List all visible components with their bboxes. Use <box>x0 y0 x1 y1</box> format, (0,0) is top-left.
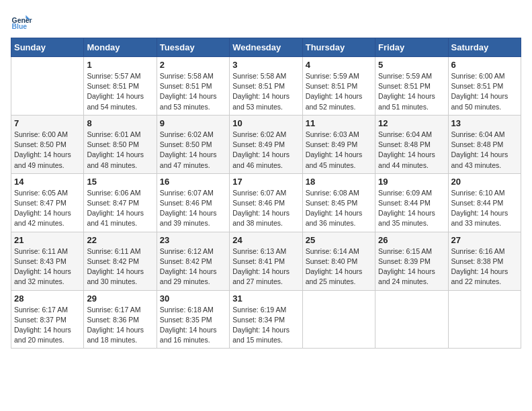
calendar-cell: 10Sunrise: 6:02 AM Sunset: 8:49 PM Dayli… <box>230 115 302 173</box>
day-info: Sunrise: 5:59 AM Sunset: 8:51 PM Dayligh… <box>378 71 445 112</box>
day-number: 4 <box>306 60 372 70</box>
calendar-cell: 8Sunrise: 6:01 AM Sunset: 8:50 PM Daylig… <box>84 115 157 173</box>
day-number: 24 <box>232 235 299 245</box>
day-info: Sunrise: 6:03 AM Sunset: 8:49 PM Dayligh… <box>306 130 372 171</box>
page-header: General Blue <box>11 11 521 32</box>
calendar-cell: 24Sunrise: 6:13 AM Sunset: 8:41 PM Dayli… <box>230 232 302 290</box>
day-number: 30 <box>160 293 226 304</box>
day-number: 17 <box>232 177 299 187</box>
day-info: Sunrise: 6:04 AM Sunset: 8:48 PM Dayligh… <box>378 130 445 171</box>
day-number: 23 <box>160 235 226 245</box>
day-info: Sunrise: 6:16 AM Sunset: 8:38 PM Dayligh… <box>451 246 518 287</box>
calendar-cell: 26Sunrise: 6:15 AM Sunset: 8:39 PM Dayli… <box>375 232 448 290</box>
calendar-week-row: 7Sunrise: 6:00 AM Sunset: 8:50 PM Daylig… <box>11 115 521 173</box>
day-info: Sunrise: 5:59 AM Sunset: 8:51 PM Dayligh… <box>306 71 372 112</box>
calendar-cell: 15Sunrise: 6:06 AM Sunset: 8:47 PM Dayli… <box>84 173 157 232</box>
day-number: 9 <box>160 118 226 128</box>
calendar-week-row: 21Sunrise: 6:11 AM Sunset: 8:43 PM Dayli… <box>11 232 521 290</box>
day-info: Sunrise: 6:18 AM Sunset: 8:35 PM Dayligh… <box>160 305 226 346</box>
calendar-cell: 9Sunrise: 6:02 AM Sunset: 8:50 PM Daylig… <box>157 115 229 173</box>
calendar-cell: 11Sunrise: 6:03 AM Sunset: 8:49 PM Dayli… <box>302 115 375 173</box>
day-info: Sunrise: 5:58 AM Sunset: 8:51 PM Dayligh… <box>160 71 226 112</box>
calendar-cell: 12Sunrise: 6:04 AM Sunset: 8:48 PM Dayli… <box>375 115 448 173</box>
calendar-cell <box>11 57 84 116</box>
day-number: 5 <box>378 60 445 70</box>
calendar-cell: 30Sunrise: 6:18 AM Sunset: 8:35 PM Dayli… <box>157 290 229 349</box>
svg-text:Blue: Blue <box>12 23 28 30</box>
day-number: 18 <box>306 177 372 187</box>
day-number: 29 <box>87 293 153 304</box>
calendar-cell <box>375 290 448 349</box>
logo: General Blue <box>11 11 32 32</box>
day-info: Sunrise: 6:07 AM Sunset: 8:46 PM Dayligh… <box>160 188 226 229</box>
weekday-header-thursday: Thursday <box>302 38 375 57</box>
day-number: 12 <box>378 118 445 128</box>
calendar-cell: 23Sunrise: 6:12 AM Sunset: 8:42 PM Dayli… <box>157 232 229 290</box>
calendar-cell: 28Sunrise: 6:17 AM Sunset: 8:37 PM Dayli… <box>11 290 84 349</box>
day-number: 8 <box>87 118 153 128</box>
day-number: 10 <box>232 118 299 128</box>
weekday-header-row: SundayMondayTuesdayWednesdayThursdayFrid… <box>11 38 521 57</box>
day-info: Sunrise: 6:08 AM Sunset: 8:45 PM Dayligh… <box>306 188 372 229</box>
day-number: 28 <box>14 293 81 304</box>
day-number: 21 <box>14 235 81 245</box>
calendar-cell: 16Sunrise: 6:07 AM Sunset: 8:46 PM Dayli… <box>157 173 229 232</box>
day-info: Sunrise: 6:12 AM Sunset: 8:42 PM Dayligh… <box>160 246 226 287</box>
calendar-cell: 27Sunrise: 6:16 AM Sunset: 8:38 PM Dayli… <box>448 232 521 290</box>
calendar-cell: 25Sunrise: 6:14 AM Sunset: 8:40 PM Dayli… <box>302 232 375 290</box>
calendar-cell: 7Sunrise: 6:00 AM Sunset: 8:50 PM Daylig… <box>11 115 84 173</box>
day-number: 2 <box>160 60 226 70</box>
day-info: Sunrise: 5:58 AM Sunset: 8:51 PM Dayligh… <box>232 71 299 112</box>
day-number: 27 <box>451 235 518 245</box>
day-info: Sunrise: 6:17 AM Sunset: 8:37 PM Dayligh… <box>14 305 81 346</box>
calendar-cell: 18Sunrise: 6:08 AM Sunset: 8:45 PM Dayli… <box>302 173 375 232</box>
day-info: Sunrise: 6:06 AM Sunset: 8:47 PM Dayligh… <box>87 188 153 229</box>
calendar-week-row: 1Sunrise: 5:57 AM Sunset: 8:51 PM Daylig… <box>11 57 521 116</box>
day-number: 31 <box>232 293 299 304</box>
weekday-header-sunday: Sunday <box>11 38 84 57</box>
day-info: Sunrise: 6:11 AM Sunset: 8:42 PM Dayligh… <box>87 246 153 287</box>
calendar-week-row: 28Sunrise: 6:17 AM Sunset: 8:37 PM Dayli… <box>11 290 521 349</box>
calendar-cell: 29Sunrise: 6:17 AM Sunset: 8:36 PM Dayli… <box>84 290 157 349</box>
day-number: 13 <box>451 118 518 128</box>
logo-icon: General Blue <box>11 11 32 32</box>
day-info: Sunrise: 6:04 AM Sunset: 8:48 PM Dayligh… <box>451 130 518 171</box>
calendar-cell: 6Sunrise: 6:00 AM Sunset: 8:51 PM Daylig… <box>448 57 521 116</box>
day-info: Sunrise: 6:11 AM Sunset: 8:43 PM Dayligh… <box>14 246 81 287</box>
calendar-cell: 4Sunrise: 5:59 AM Sunset: 8:51 PM Daylig… <box>302 57 375 116</box>
day-number: 3 <box>232 60 299 70</box>
day-number: 1 <box>87 60 153 70</box>
calendar-cell <box>302 290 375 349</box>
day-number: 15 <box>87 177 153 187</box>
day-number: 20 <box>451 177 518 187</box>
day-number: 16 <box>160 177 226 187</box>
day-info: Sunrise: 6:02 AM Sunset: 8:49 PM Dayligh… <box>232 130 299 171</box>
day-info: Sunrise: 6:00 AM Sunset: 8:50 PM Dayligh… <box>14 130 81 171</box>
calendar-table: SundayMondayTuesdayWednesdayThursdayFrid… <box>11 38 521 349</box>
calendar-week-row: 14Sunrise: 6:05 AM Sunset: 8:47 PM Dayli… <box>11 173 521 232</box>
weekday-header-monday: Monday <box>84 38 157 57</box>
day-info: Sunrise: 6:13 AM Sunset: 8:41 PM Dayligh… <box>232 246 299 287</box>
day-number: 25 <box>306 235 372 245</box>
weekday-header-friday: Friday <box>375 38 448 57</box>
calendar-cell: 31Sunrise: 6:19 AM Sunset: 8:34 PM Dayli… <box>230 290 302 349</box>
day-info: Sunrise: 6:01 AM Sunset: 8:50 PM Dayligh… <box>87 130 153 171</box>
day-info: Sunrise: 6:00 AM Sunset: 8:51 PM Dayligh… <box>451 71 518 112</box>
day-number: 22 <box>87 235 153 245</box>
day-number: 19 <box>378 177 445 187</box>
calendar-cell: 20Sunrise: 6:10 AM Sunset: 8:44 PM Dayli… <box>448 173 521 232</box>
calendar-cell: 2Sunrise: 5:58 AM Sunset: 8:51 PM Daylig… <box>157 57 229 116</box>
day-number: 14 <box>14 177 81 187</box>
day-info: Sunrise: 6:02 AM Sunset: 8:50 PM Dayligh… <box>160 130 226 171</box>
calendar-cell: 13Sunrise: 6:04 AM Sunset: 8:48 PM Dayli… <box>448 115 521 173</box>
day-info: Sunrise: 6:05 AM Sunset: 8:47 PM Dayligh… <box>14 188 81 229</box>
calendar-cell: 17Sunrise: 6:07 AM Sunset: 8:46 PM Dayli… <box>230 173 302 232</box>
calendar-cell: 19Sunrise: 6:09 AM Sunset: 8:44 PM Dayli… <box>375 173 448 232</box>
day-number: 11 <box>306 118 372 128</box>
calendar-cell: 21Sunrise: 6:11 AM Sunset: 8:43 PM Dayli… <box>11 232 84 290</box>
calendar-cell: 14Sunrise: 6:05 AM Sunset: 8:47 PM Dayli… <box>11 173 84 232</box>
day-info: Sunrise: 5:57 AM Sunset: 8:51 PM Dayligh… <box>87 71 153 112</box>
day-info: Sunrise: 6:15 AM Sunset: 8:39 PM Dayligh… <box>378 246 445 287</box>
day-number: 6 <box>451 60 518 70</box>
day-info: Sunrise: 6:10 AM Sunset: 8:44 PM Dayligh… <box>451 188 518 229</box>
